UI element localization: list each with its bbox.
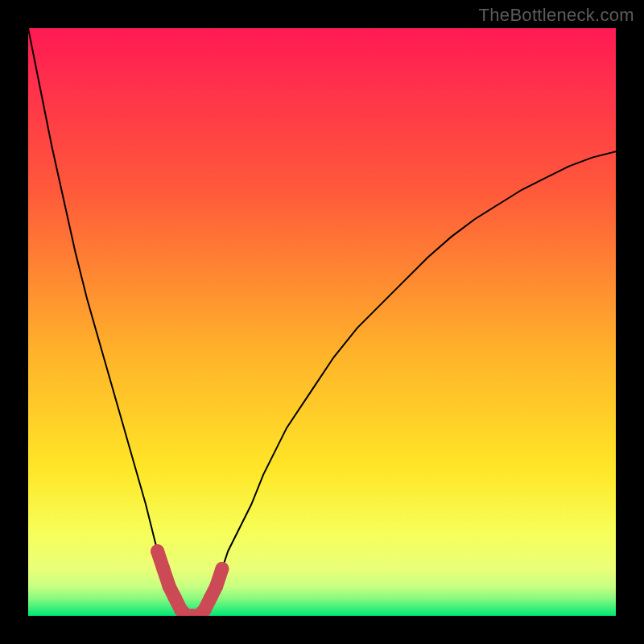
marker-dot [209,580,223,593]
marker-dot [156,562,170,576]
chart-svg [28,28,616,616]
gradient-background [28,28,616,616]
plot-area [28,28,616,616]
marker-dot [204,592,217,605]
marker-dot [168,592,182,605]
marker-dot [163,580,176,593]
marker-dot [151,544,164,558]
marker-dot [215,562,229,576]
watermark-label: TheBottleneck.com [479,5,634,26]
chart-frame: TheBottleneck.com [0,0,644,644]
